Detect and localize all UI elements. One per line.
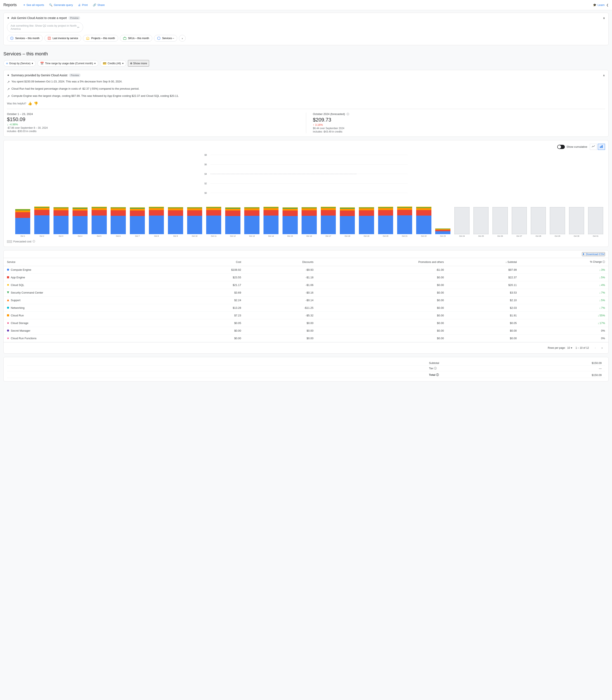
collapse-button[interactable]: ❮ — [606, 3, 609, 6]
bar-segment — [244, 210, 259, 216]
quick-report-services[interactable]: Services – — [154, 35, 177, 42]
summary-item-2: ↗ Cloud Run had the largest percentage c… — [7, 87, 605, 92]
service-cell: Cloud Run — [4, 312, 177, 319]
forecasted-bar-23 — [455, 207, 470, 234]
bar-segment — [378, 216, 393, 234]
cost-cell: $0.00 — [177, 334, 245, 342]
table-row: Networking $13.28 -$11.25 $0.00 $2.03 ↓7… — [4, 304, 608, 312]
bar-group-7 — [147, 200, 166, 234]
bar-group-25 — [491, 200, 510, 234]
rows-per-page-select[interactable]: 10 ▾ — [567, 346, 572, 349]
service-icon — [7, 283, 9, 287]
bar-stack-20 — [397, 206, 412, 234]
bar-segment — [15, 212, 30, 218]
total-value: $150.09 — [516, 371, 605, 378]
svg-rect-9 — [601, 146, 602, 148]
share-icon: 🔗 — [93, 3, 96, 6]
subtotal-cell: $1.91 — [447, 312, 520, 319]
discounts-cell: -$5.32 — [245, 312, 317, 319]
svg-point-30 — [7, 329, 9, 332]
share-link[interactable]: 🔗 Share — [91, 2, 107, 8]
service-name: Cloud Storage — [11, 322, 28, 325]
group-by-filter[interactable]: ≡ Group by (Service) ▾ — [3, 60, 36, 67]
quick-report-last-invoice[interactable]: Last invoice by service — [44, 35, 81, 42]
quick-report-services-month[interactable]: Services – this month — [7, 35, 43, 42]
discounts-cell: $0.00 — [245, 334, 317, 342]
download-csv-button[interactable]: ⬇ Download CSV — [582, 252, 605, 256]
bar-stack-19 — [378, 207, 393, 234]
print-link[interactable]: 🖨 Print — [76, 2, 89, 8]
promos-cell: $0.00 — [317, 289, 447, 297]
generate-query-link[interactable]: 🔍 Generate query — [47, 2, 74, 8]
bar-group-30 — [586, 200, 605, 234]
bar-label-23: Oct 24 — [453, 235, 471, 237]
line-chart-button[interactable] — [590, 144, 597, 150]
bar-segment — [111, 216, 126, 234]
forecasted-bar-24 — [473, 207, 488, 234]
service-col-header: Service — [4, 258, 177, 266]
quick-report-skus-month[interactable]: SKUs – this month — [120, 35, 152, 42]
bar-stack-15 — [302, 207, 317, 234]
quick-report-projects-month[interactable]: Projects – this month — [83, 35, 118, 42]
bar-segment — [282, 209, 297, 211]
forecasted-info-icon: ⓘ — [32, 240, 35, 243]
bar-segment — [397, 208, 412, 210]
bar-stack-11 — [225, 207, 240, 234]
bar-chart-button[interactable] — [598, 144, 605, 150]
bar-group-3 — [71, 200, 89, 234]
see-all-reports-link[interactable]: ≡ See all reports — [22, 2, 46, 8]
toggle-switch[interactable] — [557, 145, 565, 149]
group-by-icon: ≡ — [6, 62, 8, 65]
subtotal-cell: $0.05 — [447, 319, 520, 327]
bar-segment — [206, 210, 221, 216]
change-cell: ↓7% — [520, 289, 608, 297]
bar-group-18 — [357, 200, 376, 234]
nav-links: ≡ See all reports 🔍 Generate query 🖨 Pri… — [22, 2, 588, 8]
forecasted-bar-26 — [512, 207, 527, 234]
subtotal-cell: $2.03 — [447, 304, 520, 312]
service-name: Secret Manager — [11, 329, 30, 332]
table-container: ⬇ Download CSV Service Cost Discounts Pr… — [3, 250, 609, 354]
bar-labels: Oct 1Oct 2Oct 3Oct 4Oct 5Oct 6Oct 7Oct 8… — [13, 235, 605, 237]
bar-segment — [187, 216, 202, 234]
bar-segment — [302, 216, 317, 234]
bar-group-11 — [223, 200, 242, 234]
bar-stack-1 — [34, 206, 49, 234]
show-more-button[interactable]: ⊕ Show more — [128, 60, 149, 67]
next-page-button[interactable]: › — [599, 345, 605, 351]
change-cell: ↓5% — [520, 274, 608, 281]
summary-collapse-icon[interactable]: ∧ — [603, 74, 605, 77]
bar-group-22 — [433, 200, 452, 234]
bar-segment — [321, 210, 336, 216]
svg-rect-6 — [123, 38, 126, 40]
bar-group-19 — [376, 200, 395, 234]
bar-segment — [130, 209, 145, 211]
more-quick-reports-button[interactable]: › — [179, 35, 186, 42]
service-icon — [7, 306, 9, 310]
credits-filter[interactable]: 💳 Credits (All) ▾ — [100, 60, 126, 67]
subtotal-col-header[interactable]: ↓ Subtotal — [447, 258, 520, 266]
main-content: Services – this month ≡ Group by (Servic… — [0, 48, 612, 385]
gemini-title: Ask Gemini Cloud Assist to create a repo… — [11, 16, 67, 20]
promos-cell: -$1.00 — [317, 266, 447, 274]
learn-button[interactable]: 🎓 Learn — [593, 3, 604, 6]
bar-segment — [206, 216, 221, 234]
gemini-collapse-icon[interactable]: ∧ — [603, 16, 605, 20]
svg-rect-8 — [600, 146, 601, 148]
bar-stack-6 — [130, 207, 145, 234]
thumbs-up-button[interactable]: 👍 — [28, 101, 32, 105]
change-cell: ↓5% — [520, 297, 608, 304]
thumbs-down-button[interactable]: 👎 — [34, 101, 38, 105]
cost-cell: $108.92 — [177, 266, 245, 274]
service-cell: Cloud Run Functions — [4, 334, 177, 342]
prev-page-button[interactable]: ‹ — [592, 345, 598, 351]
gemini-input[interactable]: Ask something like: Show Q2 costs by pro… — [7, 22, 83, 32]
cost-cell: $0.00 — [177, 327, 245, 334]
bar-label-26: Oct 27 — [510, 235, 529, 237]
bar-segment — [340, 216, 355, 234]
time-range-filter[interactable]: 📅 Time range by usage date (Current mont… — [38, 60, 98, 67]
bar-group-21 — [414, 200, 433, 234]
svg-point-27 — [7, 307, 9, 309]
service-cell: Secret Manager — [4, 327, 177, 334]
promos-cell: $0.00 — [317, 304, 447, 312]
